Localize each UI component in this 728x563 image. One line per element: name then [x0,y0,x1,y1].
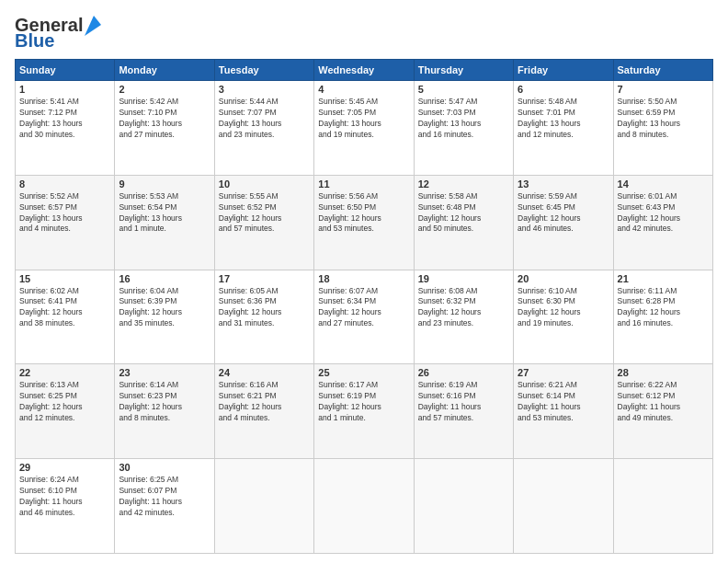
cell-content: Sunrise: 6:05 AMSunset: 6:36 PMDaylight:… [219,286,310,330]
day-number: 8 [19,178,110,190]
day-number: 3 [219,84,310,95]
cell-content: Sunrise: 5:41 AMSunset: 7:12 PMDaylight:… [19,97,110,141]
day-number: 24 [219,367,310,378]
calendar-cell: 2Sunrise: 5:42 AMSunset: 7:10 PMDaylight… [115,81,214,176]
day-number: 17 [219,273,310,284]
day-number: 20 [518,273,609,284]
day-of-week-header: Monday [115,60,214,81]
day-number: 27 [518,367,609,378]
logo: General Blue [15,15,101,52]
cell-content: Sunrise: 5:47 AMSunset: 7:03 PMDaylight:… [418,97,509,141]
day-number: 29 [19,462,110,473]
cell-content: Sunrise: 5:50 AMSunset: 6:59 PMDaylight:… [618,97,709,141]
calendar-week-row: 1Sunrise: 5:41 AMSunset: 7:12 PMDaylight… [16,81,713,176]
day-number: 25 [318,367,409,378]
cell-content: Sunrise: 6:01 AMSunset: 6:43 PMDaylight:… [618,191,709,236]
svg-marker-0 [85,16,101,36]
cell-content: Sunrise: 5:42 AMSunset: 7:10 PMDaylight:… [119,97,210,141]
calendar-cell: 26Sunrise: 6:19 AMSunset: 6:16 PMDayligh… [414,364,513,459]
cell-content: Sunrise: 5:45 AMSunset: 7:05 PMDaylight:… [318,97,409,141]
calendar-cell: 30Sunrise: 6:25 AMSunset: 6:07 PMDayligh… [115,459,214,554]
calendar-week-row: 29Sunrise: 6:24 AMSunset: 6:10 PMDayligh… [16,459,713,554]
calendar-cell: 1Sunrise: 5:41 AMSunset: 7:12 PMDaylight… [16,81,115,176]
cell-content: Sunrise: 5:55 AMSunset: 6:52 PMDaylight:… [219,191,310,236]
cell-content: Sunrise: 6:04 AMSunset: 6:39 PMDaylight:… [119,286,210,330]
cell-content: Sunrise: 6:10 AMSunset: 6:30 PMDaylight:… [518,286,609,330]
day-number: 18 [318,273,409,284]
calendar-cell: 23Sunrise: 6:14 AMSunset: 6:23 PMDayligh… [115,364,214,459]
calendar-cell: 28Sunrise: 6:22 AMSunset: 6:12 PMDayligh… [613,364,712,459]
day-number: 15 [19,273,110,284]
cell-content: Sunrise: 5:53 AMSunset: 6:54 PMDaylight:… [119,191,210,236]
day-number: 11 [318,178,409,190]
calendar-cell: 11Sunrise: 5:56 AMSunset: 6:50 PMDayligh… [314,175,414,270]
calendar-cell: 15Sunrise: 6:02 AMSunset: 6:41 PMDayligh… [16,270,115,364]
calendar-cell: 20Sunrise: 6:10 AMSunset: 6:30 PMDayligh… [514,270,613,364]
day-number: 26 [418,367,509,378]
calendar-cell [613,459,712,554]
day-number: 10 [219,178,310,190]
cell-content: Sunrise: 5:56 AMSunset: 6:50 PMDaylight:… [318,191,409,236]
calendar-header-row: SundayMondayTuesdayWednesdayThursdayFrid… [16,60,713,81]
cell-content: Sunrise: 6:16 AMSunset: 6:21 PMDaylight:… [219,380,310,424]
day-number: 14 [618,178,709,190]
calendar-cell: 3Sunrise: 5:44 AMSunset: 7:07 PMDaylight… [214,81,313,176]
calendar-cell: 9Sunrise: 5:53 AMSunset: 6:54 PMDaylight… [115,175,214,270]
day-number: 7 [618,84,709,95]
day-of-week-header: Tuesday [214,60,313,81]
calendar-cell: 19Sunrise: 6:08 AMSunset: 6:32 PMDayligh… [414,270,513,364]
calendar-cell: 12Sunrise: 5:58 AMSunset: 6:48 PMDayligh… [414,175,513,270]
day-of-week-header: Sunday [16,60,115,81]
day-of-week-header: Friday [514,60,613,81]
calendar-week-row: 22Sunrise: 6:13 AMSunset: 6:25 PMDayligh… [16,364,713,459]
day-number: 2 [119,84,210,95]
day-number: 21 [618,273,709,284]
cell-content: Sunrise: 6:07 AMSunset: 6:34 PMDaylight:… [318,286,409,330]
cell-content: Sunrise: 6:14 AMSunset: 6:23 PMDaylight:… [119,380,210,424]
calendar-cell: 24Sunrise: 6:16 AMSunset: 6:21 PMDayligh… [214,364,313,459]
cell-content: Sunrise: 6:25 AMSunset: 6:07 PMDaylight:… [119,475,210,519]
day-number: 28 [618,367,709,378]
calendar-cell [414,459,513,554]
cell-content: Sunrise: 6:17 AMSunset: 6:19 PMDaylight:… [318,380,409,424]
calendar-cell: 16Sunrise: 6:04 AMSunset: 6:39 PMDayligh… [115,270,214,364]
calendar-table: SundayMondayTuesdayWednesdayThursdayFrid… [15,59,713,554]
day-number: 19 [418,273,509,284]
day-number: 13 [518,178,609,190]
calendar-week-row: 8Sunrise: 5:52 AMSunset: 6:57 PMDaylight… [16,175,713,270]
cell-content: Sunrise: 5:59 AMSunset: 6:45 PMDaylight:… [518,191,609,236]
calendar-cell: 10Sunrise: 5:55 AMSunset: 6:52 PMDayligh… [214,175,313,270]
calendar-cell: 21Sunrise: 6:11 AMSunset: 6:28 PMDayligh… [613,270,712,364]
cell-content: Sunrise: 5:44 AMSunset: 7:07 PMDaylight:… [219,97,310,141]
calendar-cell: 14Sunrise: 6:01 AMSunset: 6:43 PMDayligh… [613,175,712,270]
cell-content: Sunrise: 6:08 AMSunset: 6:32 PMDaylight:… [418,286,509,330]
cell-content: Sunrise: 5:48 AMSunset: 7:01 PMDaylight:… [518,97,609,141]
calendar-cell: 27Sunrise: 6:21 AMSunset: 6:14 PMDayligh… [514,364,613,459]
day-number: 6 [518,84,609,95]
calendar-cell: 25Sunrise: 6:17 AMSunset: 6:19 PMDayligh… [314,364,414,459]
logo-bird-icon [85,16,101,36]
calendar-cell: 4Sunrise: 5:45 AMSunset: 7:05 PMDaylight… [314,81,414,176]
cell-content: Sunrise: 6:13 AMSunset: 6:25 PMDaylight:… [19,380,110,424]
day-of-week-header: Thursday [414,60,513,81]
day-number: 5 [418,84,509,95]
day-number: 12 [418,178,509,190]
cell-content: Sunrise: 6:21 AMSunset: 6:14 PMDaylight:… [518,380,609,424]
calendar-cell: 7Sunrise: 5:50 AMSunset: 6:59 PMDaylight… [613,81,712,176]
cell-content: Sunrise: 6:11 AMSunset: 6:28 PMDaylight:… [618,286,709,330]
calendar-cell: 6Sunrise: 5:48 AMSunset: 7:01 PMDaylight… [514,81,613,176]
cell-content: Sunrise: 6:19 AMSunset: 6:16 PMDaylight:… [418,380,509,424]
calendar-cell [314,459,414,554]
day-number: 9 [119,178,210,190]
calendar-cell [514,459,613,554]
day-of-week-header: Wednesday [314,60,414,81]
day-number: 30 [119,462,210,473]
calendar-cell: 13Sunrise: 5:59 AMSunset: 6:45 PMDayligh… [514,175,613,270]
day-number: 23 [119,367,210,378]
cell-content: Sunrise: 6:24 AMSunset: 6:10 PMDaylight:… [19,475,110,519]
calendar-week-row: 15Sunrise: 6:02 AMSunset: 6:41 PMDayligh… [16,270,713,364]
day-number: 22 [19,367,110,378]
calendar-cell: 5Sunrise: 5:47 AMSunset: 7:03 PMDaylight… [414,81,513,176]
calendar-cell [214,459,313,554]
calendar-cell: 17Sunrise: 6:05 AMSunset: 6:36 PMDayligh… [214,270,313,364]
